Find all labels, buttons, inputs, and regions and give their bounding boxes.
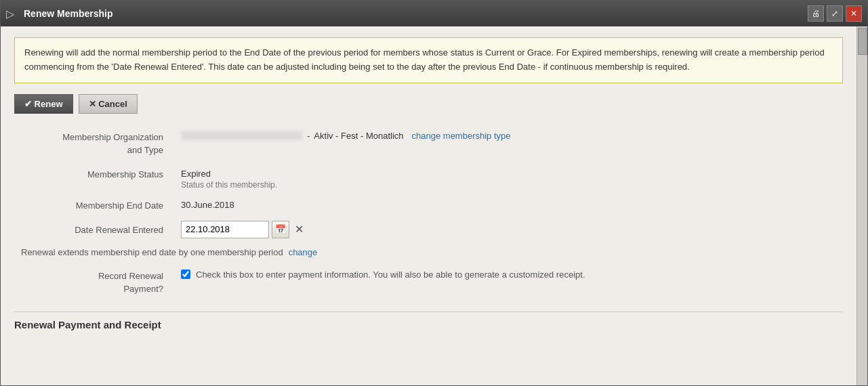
titlebar-controls: 🖨 ⤢ ✕ — [808, 5, 862, 22]
change-membership-type-link[interactable]: change membership type — [412, 131, 511, 141]
clear-date-button[interactable]: ✕ — [292, 224, 306, 235]
renewal-info-text: Renewal extends membership end date by o… — [21, 247, 283, 257]
date-renewal-row: Date Renewal Entered 📅 ✕ — [14, 214, 843, 242]
button-row: ✔ Renew ✕ Cancel — [14, 94, 843, 114]
renewal-payment-section-heading: Renewal Payment and Receipt — [14, 312, 843, 330]
org-blurred-name — [181, 131, 303, 140]
titlebar: ▷ Renew Membership 🖨 ⤢ ✕ — [1, 1, 867, 26]
membership-status-value-cell: Expired Status of this membership. — [177, 160, 843, 193]
membership-org-row: Membership Organization and Type - Aktiv… — [14, 127, 843, 160]
payment-hint: Check this box to enter payment informat… — [196, 270, 585, 280]
calendar-icon: 📅 — [275, 224, 286, 234]
membership-status-value: Expired — [181, 169, 839, 179]
renew-button[interactable]: ✔ Renew — [14, 94, 73, 114]
record-renewal-row: Record Renewal Payment? Check this box t… — [14, 263, 843, 299]
record-renewal-checkbox[interactable] — [181, 270, 190, 279]
scrollbar[interactable] — [856, 26, 867, 385]
info-box: Renewing will add the normal membership … — [14, 37, 843, 83]
org-type: Aktiv - Fest - Monatlich — [314, 131, 403, 141]
date-renewal-label: Date Renewal Entered — [75, 225, 170, 235]
membership-status-label: Membership Status — [87, 169, 170, 179]
record-renewal-container: Check this box to enter payment informat… — [181, 270, 839, 280]
membership-org-value-cell: - Aktiv - Fest - Monatlich change member… — [177, 127, 843, 160]
membership-end-date-label: Membership End Date — [76, 200, 170, 211]
content-area: Renewing will add the normal membership … — [1, 26, 867, 385]
window-title: Renew Membership — [24, 8, 808, 19]
membership-status-row: Membership Status Expired Status of this… — [14, 160, 843, 193]
membership-status-hint: Status of this membership. — [181, 180, 839, 190]
calendar-button[interactable]: 📅 — [272, 221, 289, 238]
date-renewal-value-cell: 📅 ✕ — [177, 214, 843, 242]
renewal-change-link[interactable]: change — [289, 247, 318, 257]
window-icon: ▷ — [6, 7, 18, 20]
renew-membership-window: ▷ Renew Membership 🖨 ⤢ ✕ Renewing will a… — [0, 0, 868, 386]
membership-end-date-row: Membership End Date 30.June.2018 — [14, 193, 843, 214]
record-renewal-value-cell: Check this box to enter payment informat… — [177, 263, 843, 299]
membership-end-date-value: 30.June.2018 — [181, 200, 234, 210]
record-renewal-label: Record Renewal Payment? — [18, 270, 170, 296]
scroll-thumb[interactable] — [858, 28, 867, 55]
form-table: Membership Organization and Type - Aktiv… — [14, 127, 843, 242]
info-box-text: Renewing will add the normal membership … — [24, 47, 825, 72]
payment-table: Record Renewal Payment? Check this box t… — [14, 263, 843, 299]
close-button[interactable]: ✕ — [846, 5, 862, 22]
org-separator: - — [307, 131, 310, 141]
membership-org-label: Membership Organization and Type — [18, 131, 170, 157]
cancel-button[interactable]: ✕ Cancel — [79, 94, 138, 114]
membership-end-date-value-cell: 30.June.2018 — [177, 193, 843, 214]
org-type-line: - Aktiv - Fest - Monatlich change member… — [181, 131, 839, 141]
date-input-wrapper: 📅 ✕ — [181, 221, 839, 238]
date-renewal-input[interactable] — [181, 221, 269, 238]
expand-button[interactable]: ⤢ — [827, 5, 843, 22]
main-content: Renewing will add the normal membership … — [1, 26, 856, 385]
print-button[interactable]: 🖨 — [808, 5, 824, 22]
renewal-info-row: Renewal extends membership end date by o… — [21, 247, 843, 257]
